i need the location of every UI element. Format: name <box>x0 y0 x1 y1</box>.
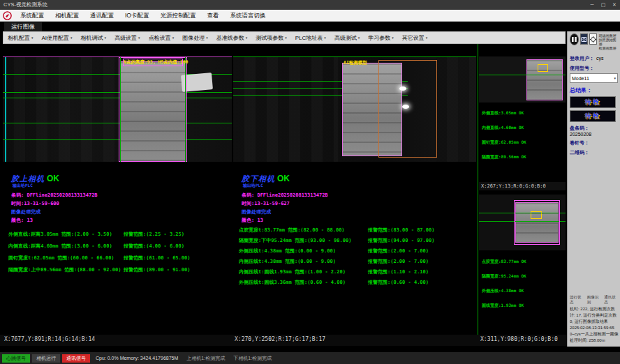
camera2-status: OK <box>277 174 290 183</box>
stat-line: 2025:02:08-13:31:59:65 <box>570 325 619 331</box>
display-option-result[interactable]: 检测画面层 <box>598 46 618 50</box>
toolbar-item-baseline-params[interactable]: 基准线参数▾ <box>212 34 252 42</box>
toolbar-item-label: 图像处理 <box>182 34 205 42</box>
preview-result-text: 内侧直线:4.60mm OK <box>482 125 526 131</box>
display-option-raw[interactable]: 拍照原始图层 <box>598 38 618 46</box>
window-controls: ─ ▢ ✕ <box>586 0 620 10</box>
alarm-range-text: 报警范围:(1.10 - 2.10) <box>368 268 429 275</box>
chevron-down-icon: ▾ <box>138 36 140 40</box>
roi-rect-orange <box>378 60 437 158</box>
camera-capture-button[interactable] <box>580 33 588 45</box>
toolbar-item-label: 高级测试 <box>334 34 357 42</box>
preview2-image[interactable] <box>479 195 566 250</box>
cyan-guide-line <box>5 57 6 162</box>
toolbar-item-advanced-test[interactable]: 高级测试▾ <box>330 34 364 42</box>
result-row: 点胶宽度t:83.77mm 范围:(82.00 - 88.00)报警范围:(83… <box>239 227 475 234</box>
minimize-button[interactable]: ─ <box>586 0 598 10</box>
camera1-results: 外侧直线:距离3.05mm 范围:(2.00 - 3.50)报警范围:(2.25… <box>8 231 230 273</box>
preview-result-text: 点胶宽度:83.77mm OK <box>482 259 526 265</box>
green-guide-line <box>3 92 232 93</box>
camera2-overlay-text: AI检测模型 <box>344 60 367 66</box>
menu-item-io-config[interactable]: IO卡配置 <box>119 10 154 21</box>
measurement-text: 隔圈宽度:下中95.24mm 范围:(93.00 - 98.00) <box>239 237 368 244</box>
toolbar-item-test-params[interactable]: 测试项参数▾ <box>251 34 291 42</box>
toolbar-item-label: AI使用配置 <box>42 34 70 42</box>
tray-barcode-label: 盘条码： <box>570 125 618 132</box>
toolbar-item-plc-address[interactable]: PLC地址表▾ <box>291 34 330 42</box>
machinery-background <box>233 57 338 162</box>
led-highlight <box>402 105 409 109</box>
statistics-headers: 运行状态 图像识别 通讯状态 <box>570 295 619 305</box>
result-row: 圆钉宽度t:62.05mm 范围:(60.00 - 66.00)报警范围:(61… <box>8 255 230 261</box>
tab-row: 运行图像 <box>0 22 620 31</box>
measurement-text: 内侧压线t:圆线1.93mm 范围:(1.00 - 2.20) <box>239 268 368 275</box>
toolbar-item-camera-debug[interactable]: 相机调试▾ <box>77 34 111 42</box>
green-guide-line <box>3 98 232 98</box>
alarm-range-text: 报警范围:(61.00 - 65.00) <box>124 255 190 261</box>
result-row: 内侧压线t:圆线1.93mm 范围:(1.00 - 2.20)报警范围:(1.1… <box>239 268 475 275</box>
target-button[interactable] <box>589 33 597 45</box>
total-result-label: 总结果： <box>570 86 618 94</box>
menu-item-comm-config[interactable]: 通讯配置 <box>84 10 119 21</box>
toolbar-item-other-settings[interactable]: 其它设置▾ <box>398 34 432 42</box>
roi-rect <box>119 57 187 162</box>
measurement-text: 内侧直线:距离4.60mm 范围:(3.00 - 6.00) <box>8 243 124 250</box>
alarm-range-text: 报警范围:(0.60 - 4.00) <box>368 279 429 286</box>
tab-run-image[interactable]: 运行图像 <box>4 22 42 32</box>
toolbar-item-advanced-settings[interactable]: 高级设置▾ <box>110 34 145 42</box>
camera2-image[interactable]: AI检测模型 <box>233 56 476 162</box>
toolbar-item-label: 相机配置 <box>8 34 30 42</box>
alarm-range-text: 报警范围:(4.00 - 6.00) <box>124 243 184 250</box>
stat-header: 运行状态 <box>570 295 584 305</box>
login-row: 登录用户： cys <box>570 52 618 62</box>
alarm-range-text: 报警范围:(2.00 - 7.00) <box>368 248 429 255</box>
result-row: 隔圈宽度:上中89.56mm 范围:(88.00 - 92.00)报警范围:(8… <box>8 266 230 273</box>
preview-result-text: 隔圈宽度:95.24mm OK <box>482 273 526 280</box>
model-select[interactable]: Mode11 ▾ <box>570 73 618 83</box>
chevron-down-icon: ▾ <box>246 36 248 40</box>
tray-barcode-value: 20250208 <box>570 132 618 137</box>
stat-header: 图像识别 <box>587 295 602 305</box>
stat-line: 计: 17, 运行分类判定次数 <box>570 312 619 319</box>
menu-item-language-switch[interactable]: 系统语言切换 <box>224 10 271 21</box>
preview-result-text: 圆钉宽度:62.05mm OK <box>482 139 526 146</box>
machinery-background <box>3 57 119 162</box>
measurement-text: 外侧直线:距离3.05mm 范围:(2.00 - 3.50) <box>8 231 124 238</box>
camera1-barcode: 条码: DFFline2025020813313472B <box>11 192 98 199</box>
chevron-down-icon: ▾ <box>285 36 287 40</box>
menu-item-system-config[interactable]: 系统配置 <box>15 10 50 21</box>
stat-header: 通讯状态 <box>604 295 619 305</box>
pause-button[interactable] <box>570 33 579 45</box>
preview2-coordinates: X:311,Y:980;R:0;G:0;B:0 <box>480 336 558 342</box>
total-result-value-lower: 待检 <box>585 112 600 121</box>
preview-result-text: 外侧压线:4.38mm OK <box>482 288 526 294</box>
chevron-down-icon: ▾ <box>105 36 107 40</box>
camera1-coordinates: X:7677,Y:891;R:14;G:14;B:14 <box>4 336 95 342</box>
toolbar-item-camera-config[interactable]: 相机配置▾ <box>3 34 38 42</box>
chevron-down-icon: ▾ <box>426 36 428 40</box>
stat-line: 0~cys一共上报检测一圈像 <box>570 331 619 338</box>
close-button[interactable]: ✕ <box>609 0 620 10</box>
toolbar-item-spot-check[interactable]: 点检设置▾ <box>145 34 179 42</box>
menu-item-camera-config[interactable]: 相机配置 <box>50 10 84 21</box>
camera1-image[interactable]: N点的高度:93, H5点内值:100 <box>3 56 232 162</box>
toolbar-item-image-process[interactable]: 图像处理▾ <box>178 34 212 42</box>
needle-number-label: 卷针号： <box>570 139 618 146</box>
lower-camera-status-text: 下相机1:检测完成 <box>233 355 272 362</box>
camera1-status: OK <box>47 174 59 183</box>
toolbar-item-ai-config[interactable]: AI使用配置▾ <box>38 34 77 42</box>
camera1-process-status: 图像处理完成 <box>11 208 98 215</box>
green-guide-line <box>185 57 186 162</box>
camera1-overlay-text: N点的高度:93, H5点内值:100 <box>124 59 188 66</box>
toolbar-item-label: 测试项参数 <box>256 34 283 42</box>
preview1-image[interactable] <box>479 56 566 103</box>
preview-column: 外侧直线:3.05mm OK 内侧直线:4.60mm OK 圆钉宽度:62.05… <box>478 44 566 335</box>
chevron-down-icon: ▾ <box>614 76 616 80</box>
measurement-text: 点胶宽度t:83.77mm 范围:(82.00 - 88.00) <box>239 227 368 234</box>
toolbar-item-label: PLC地址表 <box>295 34 323 42</box>
toolbar-item-learn-params[interactable]: 学习参数▾ <box>364 34 398 42</box>
cpu-memory-text: Cpu: 0.0% Memory: 3424.41796875M <box>96 356 178 361</box>
maximize-button[interactable]: ▢ <box>598 0 609 10</box>
menu-item-light-config[interactable]: 光源控制配置 <box>154 10 201 21</box>
menu-item-view[interactable]: 查看 <box>201 10 224 21</box>
